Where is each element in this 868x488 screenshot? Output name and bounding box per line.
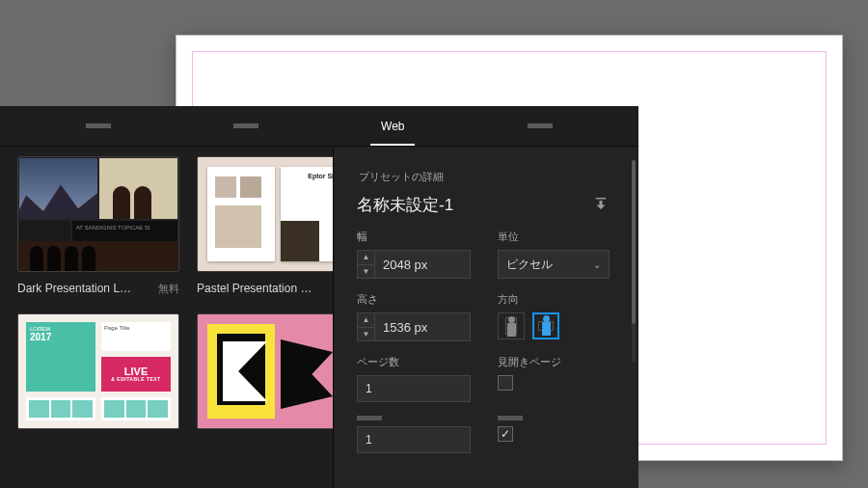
height-input[interactable]: ▲ ▼ 1536 px bbox=[357, 312, 471, 341]
template-card-pastel-presentation[interactable]: Pastel Presentation … 無料 bbox=[197, 156, 333, 296]
width-step-down[interactable]: ▼ bbox=[358, 264, 374, 279]
orientation-landscape[interactable] bbox=[532, 312, 559, 339]
width-input[interactable]: ▲ ▼ 2048 px bbox=[357, 250, 471, 279]
template-card-geometric[interactable] bbox=[197, 313, 333, 429]
preset-details: プリセットの詳細 名称未設定-1 幅 ▲ ▼ 2048 px bbox=[333, 147, 638, 488]
template-title: Pastel Presentation … bbox=[197, 282, 312, 296]
width-value[interactable]: 2048 px bbox=[375, 251, 470, 278]
template-thumb: AT SANDIGNIS TOPICAE SI bbox=[17, 156, 179, 272]
orientation-portrait[interactable] bbox=[498, 312, 525, 339]
pages-input[interactable]: 1 bbox=[357, 375, 471, 402]
tab-web-label: Web bbox=[381, 120, 404, 133]
height-step-up[interactable]: ▲ bbox=[358, 313, 374, 327]
tab-placeholder-1[interactable] bbox=[25, 106, 173, 146]
facing-pages-checkbox[interactable] bbox=[498, 375, 513, 391]
tab-placeholder-3[interactable] bbox=[467, 106, 614, 146]
template-thumb bbox=[197, 313, 333, 429]
template-thumb bbox=[197, 156, 333, 272]
template-card-dark-presentation[interactable]: AT SANDIGNIS TOPICAE SI Dark Presentatio… bbox=[17, 156, 179, 296]
collapsed-label-icon bbox=[498, 416, 523, 420]
width-label: 幅 bbox=[357, 230, 471, 244]
new-document-panel: Web AT SANDIGNIS TOPICAE SI Dark Present… bbox=[0, 106, 638, 488]
extra-input[interactable]: 1 bbox=[357, 426, 471, 453]
height-step-down[interactable]: ▼ bbox=[358, 327, 374, 341]
template-price: 無料 bbox=[158, 282, 179, 296]
height-value[interactable]: 1536 px bbox=[375, 313, 470, 340]
unit-label: 単位 bbox=[498, 230, 610, 244]
orientation-label: 方向 bbox=[498, 292, 559, 307]
tab-web[interactable]: Web bbox=[319, 106, 467, 146]
pages-label: ページ数 bbox=[357, 355, 471, 369]
template-card-lorem-2017[interactable]: LOREM2017 Page Title LIVE& EDITABLE TEXT bbox=[17, 313, 179, 429]
chevron-down-icon: ⌄ bbox=[593, 259, 601, 270]
preset-section-title: プリセットの詳細 bbox=[359, 170, 610, 184]
template-title: Dark Presentation L… bbox=[17, 282, 131, 296]
unit-select[interactable]: ピクセル ⌄ bbox=[498, 250, 610, 279]
template-thumb: LOREM2017 Page Title LIVE& EDITABLE TEXT bbox=[17, 313, 179, 429]
preset-name[interactable]: 名称未設定-1 bbox=[357, 194, 453, 216]
save-preset-icon[interactable] bbox=[592, 195, 610, 215]
width-step-up[interactable]: ▲ bbox=[358, 251, 374, 264]
tab-placeholder-2[interactable] bbox=[173, 106, 320, 146]
category-tabs: Web bbox=[0, 106, 638, 147]
unit-value: ピクセル bbox=[506, 257, 553, 273]
facing-pages-label: 見開きページ bbox=[498, 355, 561, 369]
template-grid: AT SANDIGNIS TOPICAE SI Dark Presentatio… bbox=[0, 147, 333, 488]
collapsed-label-icon bbox=[357, 416, 382, 420]
height-label: 高さ bbox=[357, 292, 471, 307]
scrollbar[interactable] bbox=[632, 160, 636, 363]
extra-checkbox[interactable]: ✓ bbox=[498, 426, 513, 442]
